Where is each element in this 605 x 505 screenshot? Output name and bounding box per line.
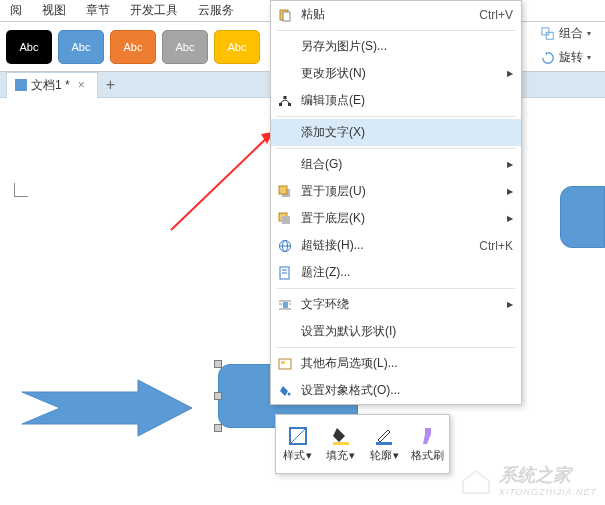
document-tab-label: 文档1 * — [31, 77, 70, 94]
menu-separator — [277, 148, 515, 149]
group-dropdown[interactable]: 组合 ▾ — [535, 22, 605, 46]
annotation-arrow-red — [165, 126, 285, 236]
menu-item-label: 另存为图片(S)... — [301, 38, 513, 55]
menu-item-8[interactable]: 组合(G)▶ — [271, 151, 521, 178]
menu-cloud[interactable]: 云服务 — [188, 2, 244, 19]
right-panel: 组合 ▾ 旋转 ▾ — [535, 22, 605, 70]
submenu-arrow-icon: ▶ — [507, 69, 513, 78]
submenu-arrow-icon: ▶ — [507, 187, 513, 196]
menu-shortcut: Ctrl+K — [479, 239, 513, 253]
mini-style[interactable]: 样式▾ — [276, 415, 319, 473]
watermark-logo-icon — [459, 463, 493, 497]
menu-item-15[interactable]: 设置为默认形状(I) — [271, 318, 521, 345]
svg-rect-9 — [283, 12, 290, 21]
blank-icon — [277, 39, 293, 55]
rotate-dropdown[interactable]: 旋转 ▾ — [535, 46, 605, 70]
canvas-shape-top[interactable] — [560, 186, 605, 248]
tab-add-button[interactable]: + — [98, 76, 123, 94]
menu-item-label: 置于顶层(U) — [301, 183, 499, 200]
menu-item-0[interactable]: 粘贴Ctrl+V — [271, 1, 521, 28]
paste-icon — [277, 7, 293, 23]
menu-item-label: 粘贴 — [301, 6, 471, 23]
watermark-url: XITONGZHIJIA.NET — [499, 487, 597, 497]
block-arrow-shape[interactable] — [20, 378, 195, 438]
submenu-arrow-icon: ▶ — [507, 214, 513, 223]
svg-rect-10 — [279, 103, 282, 106]
menu-item-12[interactable]: 题注(Z)... — [271, 259, 521, 286]
outline-icon — [374, 426, 394, 446]
watermark-text: 系统之家 — [499, 463, 597, 487]
svg-rect-29 — [281, 361, 285, 364]
layout-icon — [277, 356, 293, 372]
svg-marker-4 — [22, 380, 192, 436]
resize-handle-nw[interactable] — [214, 360, 222, 368]
note-icon — [277, 265, 293, 281]
menu-item-label: 题注(Z)... — [301, 264, 513, 281]
menu-item-3[interactable]: 更改形状(N)▶ — [271, 60, 521, 87]
menu-chapter[interactable]: 章节 — [76, 2, 120, 19]
format-painter-icon — [417, 426, 437, 446]
svg-rect-12 — [284, 96, 287, 99]
mini-toolbar: 样式▾ 填充▾ 轮廓▾ 格式刷 — [275, 414, 450, 474]
document-tab[interactable]: 文档1 * × — [6, 72, 98, 98]
menu-item-label: 文字环绕 — [301, 296, 499, 313]
menu-read[interactable]: 阅 — [0, 2, 32, 19]
group-label: 组合 — [559, 25, 583, 42]
svg-line-2 — [171, 132, 273, 230]
svg-point-30 — [288, 392, 291, 395]
menu-item-11[interactable]: 超链接(H)...Ctrl+K — [271, 232, 521, 259]
chevron-down-icon: ▾ — [587, 53, 591, 62]
menu-item-label: 超链接(H)... — [301, 237, 471, 254]
menu-item-10[interactable]: 置于底层(K)▶ — [271, 205, 521, 232]
menu-view[interactable]: 视图 — [32, 2, 76, 19]
menu-item-17[interactable]: 其他布局选项(L)... — [271, 350, 521, 377]
context-menu: 粘贴Ctrl+V另存为图片(S)...更改形状(N)▶编辑顶点(E)添加文字(X… — [270, 0, 522, 405]
svg-rect-1 — [546, 32, 553, 39]
menu-item-label: 设置为默认形状(I) — [301, 323, 513, 340]
page-corner-mark — [14, 183, 28, 197]
menu-item-label: 设置对象格式(O)... — [301, 382, 513, 399]
submenu-arrow-icon: ▶ — [507, 160, 513, 169]
menu-separator — [277, 288, 515, 289]
document-icon — [15, 79, 27, 91]
mini-outline[interactable]: 轮廓▾ — [363, 415, 406, 473]
menu-item-9[interactable]: 置于顶层(U)▶ — [271, 178, 521, 205]
rotate-label: 旋转 — [559, 49, 583, 66]
menu-item-4[interactable]: 编辑顶点(E) — [271, 87, 521, 114]
blank-icon — [277, 157, 293, 173]
menu-separator — [277, 30, 515, 31]
shape-style-3[interactable]: Abc — [110, 30, 156, 64]
blank-icon — [277, 66, 293, 82]
menu-item-label: 组合(G) — [301, 156, 499, 173]
menu-devtools[interactable]: 开发工具 — [120, 2, 188, 19]
svg-rect-7 — [376, 442, 392, 445]
menu-item-label: 更改形状(N) — [301, 65, 499, 82]
tab-close-button[interactable]: × — [74, 78, 89, 92]
menu-item-label: 其他布局选项(L)... — [301, 355, 513, 372]
resize-handle-sw[interactable] — [214, 424, 222, 432]
fill-icon — [331, 426, 351, 446]
menu-separator — [277, 347, 515, 348]
menu-item-18[interactable]: 设置对象格式(O)... — [271, 377, 521, 404]
blank-icon — [277, 324, 293, 340]
mini-fill[interactable]: 填充▾ — [319, 415, 362, 473]
mini-format-painter[interactable]: 格式刷 — [406, 415, 449, 473]
shape-style-5[interactable]: Abc — [214, 30, 260, 64]
menu-separator — [277, 116, 515, 117]
svg-rect-11 — [288, 103, 291, 106]
svg-rect-23 — [283, 302, 288, 308]
shape-style-1[interactable]: Abc — [6, 30, 52, 64]
submenu-arrow-icon: ▶ — [507, 300, 513, 309]
menu-item-label: 置于底层(K) — [301, 210, 499, 227]
editpoints-icon — [277, 93, 293, 109]
style-icon — [288, 426, 308, 446]
shape-style-4[interactable]: Abc — [162, 30, 208, 64]
watermark: 系统之家 XITONGZHIJIA.NET — [459, 463, 597, 497]
svg-rect-14 — [279, 186, 287, 194]
shape-style-2[interactable]: Abc — [58, 30, 104, 64]
resize-handle-w[interactable] — [214, 392, 222, 400]
menu-item-6[interactable]: 添加文字(X) — [271, 119, 521, 146]
menu-item-2[interactable]: 另存为图片(S)... — [271, 33, 521, 60]
menu-item-14[interactable]: 文字环绕▶ — [271, 291, 521, 318]
group-icon — [541, 27, 555, 41]
